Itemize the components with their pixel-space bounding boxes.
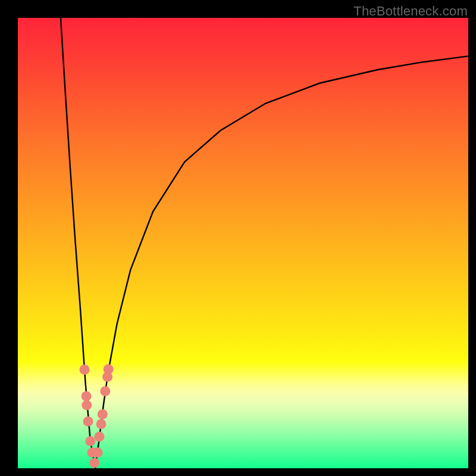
plot-area (18, 18, 468, 468)
marker-dot (100, 386, 110, 396)
marker-dot (85, 436, 95, 446)
marker-dot (104, 364, 114, 374)
marker-dot (96, 419, 107, 429)
bottleneck-curve-right (95, 56, 468, 468)
marker-dot (89, 458, 99, 468)
marker-dot (92, 447, 102, 458)
watermark-text: TheBottleneck.com (353, 4, 468, 19)
marker-dot (83, 416, 93, 427)
bottleneck-curve-left (61, 18, 95, 468)
chart-frame: TheBottleneck.com (0, 0, 476, 476)
marker-dot (98, 409, 108, 419)
marker-dot (95, 432, 105, 442)
marker-dot (80, 365, 90, 375)
curve-layer (18, 18, 468, 468)
marker-dot (82, 391, 92, 401)
marker-dot (82, 400, 92, 411)
